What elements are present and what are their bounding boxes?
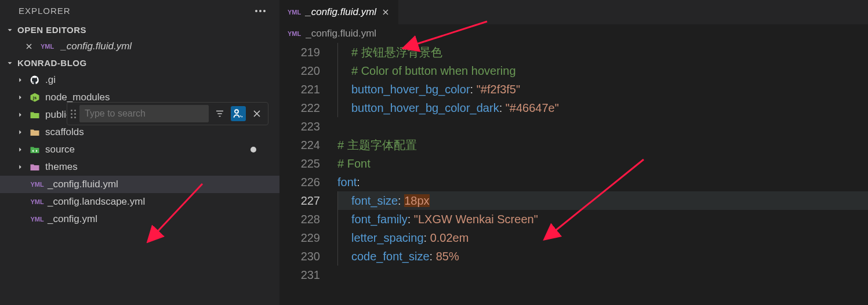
code-line[interactable] — [337, 266, 868, 284]
code-line[interactable]: font_family: "LXGW Wenkai Screen" — [337, 210, 868, 228]
tree-search-overlay — [67, 102, 268, 125]
open-editor-item[interactable]: YML _config.fluid.yml — [0, 38, 279, 55]
breadcrumb-file: _config.fluid.yml — [306, 28, 376, 39]
open-editor-filename: _config.fluid.yml — [61, 41, 132, 52]
chevron-down-icon — [6, 26, 14, 34]
close-icon[interactable] — [249, 106, 264, 121]
chevron-right-icon — [16, 93, 24, 101]
dirty-indicator — [250, 147, 256, 152]
code-line[interactable]: # 按钮悬浮背景色 — [337, 43, 868, 61]
code-line[interactable]: font_size: 18px — [337, 191, 868, 210]
src-icon — [29, 144, 41, 155]
chevron-right-icon — [16, 111, 24, 119]
tree-item--gi[interactable]: .gi — [0, 71, 279, 89]
line-number: 226 — [279, 173, 320, 191]
tree-item-label: source — [45, 144, 75, 155]
tree-item-label: node_modules — [45, 92, 110, 103]
drag-handle-icon[interactable] — [71, 110, 76, 118]
svg-text:js: js — [32, 95, 37, 100]
explorer-sidebar: EXPLORER OPEN EDITORS YML _config.fluid.… — [0, 0, 279, 305]
yaml-icon: YML — [31, 213, 43, 225]
yaml-icon: YML — [31, 196, 43, 208]
tab-bar: YML _config.fluid.yml — [279, 0, 868, 24]
tree-item-label: _config.yml — [48, 213, 97, 225]
tree-item--config-landscape-yml[interactable]: YML_config.landscape.yml — [0, 193, 279, 210]
line-number: 228 — [279, 210, 320, 228]
workspace-section[interactable]: KONRAD-BLOG — [0, 55, 279, 71]
git-icon — [29, 74, 41, 86]
yaml-file-icon: YML — [288, 9, 301, 16]
close-icon[interactable] — [24, 42, 34, 51]
chevron-right-icon — [16, 163, 24, 171]
code-line[interactable]: font: — [337, 173, 868, 191]
tree-item--config-yml[interactable]: YML_config.yml — [0, 210, 279, 228]
tree-item--config-fluid-yml[interactable]: YML_config.fluid.yml — [0, 176, 279, 193]
line-number: 230 — [279, 247, 320, 266]
chevron-down-icon — [6, 59, 14, 67]
line-number: 225 — [279, 154, 320, 173]
code-line[interactable]: letter_spacing: 0.02em — [337, 228, 868, 247]
chevron-right-icon — [16, 128, 24, 136]
tree-item-themes[interactable]: themes — [0, 158, 279, 176]
breadcrumb[interactable]: YML _config.fluid.yml — [279, 24, 868, 43]
tree-item-source[interactable]: source — [0, 141, 279, 158]
close-icon[interactable] — [381, 8, 390, 17]
code-editor[interactable]: 219220221222223224225226227228229230231 … — [279, 43, 868, 305]
line-number: 219 — [279, 43, 320, 61]
workspace-label: KONRAD-BLOG — [17, 58, 87, 68]
tree-item-scaffolds[interactable]: scaffolds — [0, 124, 279, 141]
node-icon: js — [29, 92, 41, 103]
line-number: 221 — [279, 80, 320, 99]
code-line[interactable]: # Color of button when hovering — [337, 61, 868, 80]
explorer-more-button[interactable] — [252, 6, 269, 16]
tab-label: _config.fluid.yml — [306, 6, 376, 18]
tree-item-label: themes — [45, 161, 78, 173]
code-line[interactable]: # 主题字体配置 — [337, 136, 868, 154]
line-gutter: 219220221222223224225226227228229230231 — [279, 43, 337, 305]
line-number: 229 — [279, 228, 320, 247]
yaml-file-icon: YML — [41, 43, 54, 50]
yaml-file-icon: YML — [288, 30, 301, 37]
chevron-right-icon — [16, 76, 24, 84]
code-content[interactable]: # 按钮悬浮背景色# Color of button when hovering… — [337, 43, 868, 305]
filter-icon[interactable] — [212, 106, 227, 121]
line-number: 222 — [279, 99, 320, 117]
svg-point-5 — [235, 110, 238, 113]
search-input[interactable] — [79, 105, 209, 122]
open-editors-label: OPEN EDITORS — [17, 25, 86, 35]
code-line[interactable] — [337, 117, 868, 136]
open-editors-section[interactable]: OPEN EDITORS — [0, 21, 279, 38]
tree-item-label: _config.landscape.yml — [48, 196, 145, 208]
yaml-icon: YML — [31, 179, 43, 190]
folder-icon — [29, 126, 41, 138]
code-line[interactable]: # Font — [337, 154, 868, 173]
tree-item-label: scaffolds — [45, 126, 84, 138]
pub-icon — [29, 109, 41, 121]
tree-item-label: _config.fluid.yml — [48, 179, 118, 190]
editor-pane: YML _config.fluid.yml YML _config.fluid.… — [279, 0, 868, 305]
explorer-title: EXPLORER — [19, 6, 71, 16]
tab-config-fluid[interactable]: YML _config.fluid.yml — [279, 0, 398, 24]
tree-item-label: .gi — [45, 74, 56, 86]
line-number: 223 — [279, 117, 320, 136]
line-number: 231 — [279, 266, 320, 284]
line-number: 227 — [279, 191, 320, 210]
chevron-right-icon — [16, 146, 24, 154]
line-number: 220 — [279, 61, 320, 80]
code-line[interactable]: button_hover_bg_color: "#f2f3f5" — [337, 80, 868, 99]
line-number: 224 — [279, 136, 320, 154]
code-line[interactable]: button_hover_bg_color_dark: "#46647e" — [337, 99, 868, 117]
fuzzy-match-icon[interactable] — [231, 106, 246, 121]
theme-icon — [29, 161, 41, 173]
code-line[interactable]: code_font_size: 85% — [337, 247, 868, 266]
